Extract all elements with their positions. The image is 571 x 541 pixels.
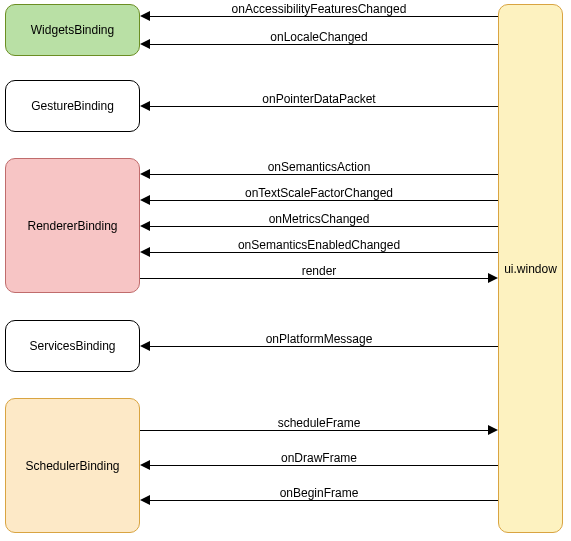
arrow-head-left-icon: [140, 169, 150, 179]
arrow-head-left-icon: [140, 221, 150, 231]
edge-line: [150, 16, 498, 17]
edge-line: [150, 252, 498, 253]
node-scheduler-binding: SchedulerBinding: [5, 398, 140, 533]
edge-line: [150, 174, 498, 175]
edge-line: [150, 106, 498, 107]
edge-label: onLocaleChanged: [270, 30, 367, 44]
edge-label: onDrawFrame: [281, 451, 357, 465]
edge-label: onPointerDataPacket: [262, 92, 375, 106]
edge-line: [150, 226, 498, 227]
arrow-head-left-icon: [140, 460, 150, 470]
arrow-head-left-icon: [140, 195, 150, 205]
edge-label: scheduleFrame: [278, 416, 361, 430]
edge-label: onSemanticsEnabledChanged: [238, 238, 400, 252]
edge-label: onAccessibilityFeaturesChanged: [232, 2, 407, 16]
node-renderer-binding: RendererBinding: [5, 158, 140, 293]
arrow-head-left-icon: [140, 247, 150, 257]
edge-line: [150, 200, 498, 201]
edge-line: [140, 430, 488, 431]
node-label: SchedulerBinding: [25, 459, 119, 473]
arrow-head-left-icon: [140, 341, 150, 351]
arrow-head-left-icon: [140, 11, 150, 21]
edge-label: onPlatformMessage: [266, 332, 373, 346]
node-label: ui.window: [504, 262, 557, 276]
arrow-head-left-icon: [140, 495, 150, 505]
node-widgets-binding: WidgetsBinding: [5, 4, 140, 56]
node-label: RendererBinding: [27, 219, 117, 233]
edge-label: onMetricsChanged: [269, 212, 370, 226]
node-gesture-binding: GestureBinding: [5, 80, 140, 132]
edge-line: [150, 500, 498, 501]
edge-line: [140, 278, 488, 279]
node-label: ServicesBinding: [29, 339, 115, 353]
node-ui-window: ui.window: [498, 4, 563, 533]
diagram-canvas: { "nodes":{ "widgets":"WidgetsBinding", …: [0, 0, 571, 541]
arrow-head-left-icon: [140, 39, 150, 49]
arrow-head-right-icon: [488, 273, 498, 283]
edge-label: onBeginFrame: [280, 486, 359, 500]
edge-label: render: [302, 264, 337, 278]
edge-line: [150, 44, 498, 45]
node-label: GestureBinding: [31, 99, 114, 113]
node-services-binding: ServicesBinding: [5, 320, 140, 372]
edge-line: [150, 465, 498, 466]
node-label: WidgetsBinding: [31, 23, 114, 37]
edge-line: [150, 346, 498, 347]
arrow-head-right-icon: [488, 425, 498, 435]
edge-label: onTextScaleFactorChanged: [245, 186, 393, 200]
edge-label: onSemanticsAction: [268, 160, 371, 174]
arrow-head-left-icon: [140, 101, 150, 111]
